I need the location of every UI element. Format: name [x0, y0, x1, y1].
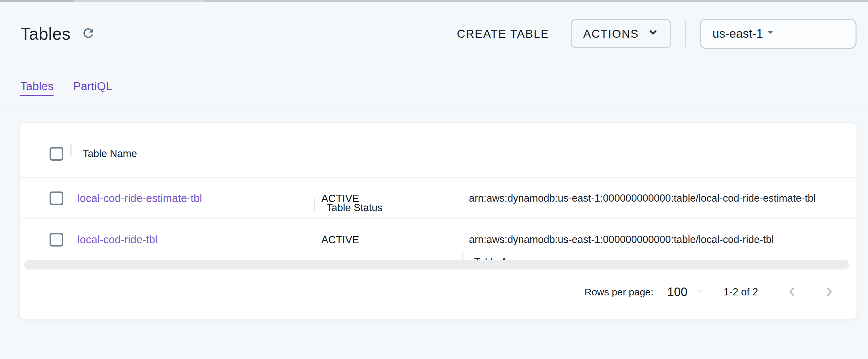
row-checkbox[interactable] — [50, 233, 63, 247]
header-divider — [685, 21, 686, 47]
select-all-checkbox[interactable] — [50, 147, 63, 161]
chevron-right-icon — [823, 285, 836, 300]
tab-bar: Tables PartiQL — [0, 67, 868, 109]
column-separator — [70, 143, 71, 157]
column-header-table-name[interactable]: Table Name — [70, 123, 314, 177]
table-header-checkbox-cell — [42, 123, 70, 177]
arrow-drop-down-icon — [763, 25, 777, 42]
rows-per-page-label: Rows per page: — [585, 287, 653, 298]
chevron-left-icon — [785, 285, 799, 300]
rows-per-page-value: 100 — [667, 285, 687, 299]
table-arn-cell: arn:aws:dynamodb:us-east-1:000000000000:… — [462, 178, 857, 218]
refresh-button[interactable] — [81, 26, 96, 42]
arrow-drop-down-icon — [687, 285, 706, 299]
row-checkbox-cell — [42, 178, 70, 218]
table-row: local-cod-ride-estimate-tbl ACTIVE arn:a… — [20, 178, 857, 219]
table-header-row: Table Name Table Status Table Arn — [20, 123, 857, 178]
table-status-cell: ACTIVE — [314, 178, 462, 218]
next-page-button[interactable] — [823, 285, 836, 300]
rows-per-page-select[interactable]: 100 — [667, 285, 706, 299]
title-wrap: Tables — [20, 24, 96, 43]
status-value: ACTIVE — [321, 192, 359, 204]
arn-value: arn:aws:dynamodb:us-east-1:000000000000:… — [469, 234, 774, 246]
region-select[interactable]: us-east-1 — [700, 19, 857, 49]
table-name-cell: local-cod-ride-estimate-tbl — [70, 178, 314, 218]
previous-page-button[interactable] — [785, 285, 799, 300]
app-header: Tables CREATE TABLE ACTIONS us-east-1 — [0, 2, 868, 66]
horizontal-scrollbar[interactable] — [24, 260, 849, 269]
arn-value: arn:aws:dynamodb:us-east-1:000000000000:… — [469, 192, 815, 204]
create-table-button[interactable]: CREATE TABLE — [455, 24, 551, 43]
tab-tables[interactable]: Tables — [20, 80, 54, 96]
row-checkbox-cell — [42, 220, 70, 260]
table-row: local-cod-ride-tbl ACTIVE arn:aws:dynamo… — [20, 220, 857, 260]
refresh-icon — [81, 26, 95, 41]
tables-card: Table Name Table Status Table Arn local-… — [19, 122, 857, 320]
page-title: Tables — [20, 24, 70, 43]
header-controls: CREATE TABLE ACTIONS us-east-1 — [455, 19, 857, 49]
table-name-link[interactable]: local-cod-ride-estimate-tbl — [78, 192, 202, 204]
region-select-value: us-east-1 — [712, 27, 763, 41]
chevron-down-icon — [648, 27, 659, 41]
status-value: ACTIVE — [321, 234, 359, 246]
table-arn-cell: arn:aws:dynamodb:us-east-1:000000000000:… — [462, 220, 857, 260]
table-status-cell: ACTIVE — [314, 220, 462, 260]
column-header-label: Table Name — [83, 148, 137, 160]
pagination-footer: Rows per page: 100 1-2 of 2 — [20, 280, 857, 304]
table-name-link[interactable]: local-cod-ride-tbl — [78, 233, 157, 246]
actions-button[interactable]: ACTIONS — [571, 19, 671, 48]
actions-button-label: ACTIONS — [583, 27, 639, 40]
pagination-range-label: 1-2 of 2 — [723, 286, 758, 298]
tab-partiql[interactable]: PartiQL — [73, 80, 112, 96]
table-name-cell: local-cod-ride-tbl — [70, 220, 314, 260]
row-checkbox[interactable] — [50, 192, 63, 205]
